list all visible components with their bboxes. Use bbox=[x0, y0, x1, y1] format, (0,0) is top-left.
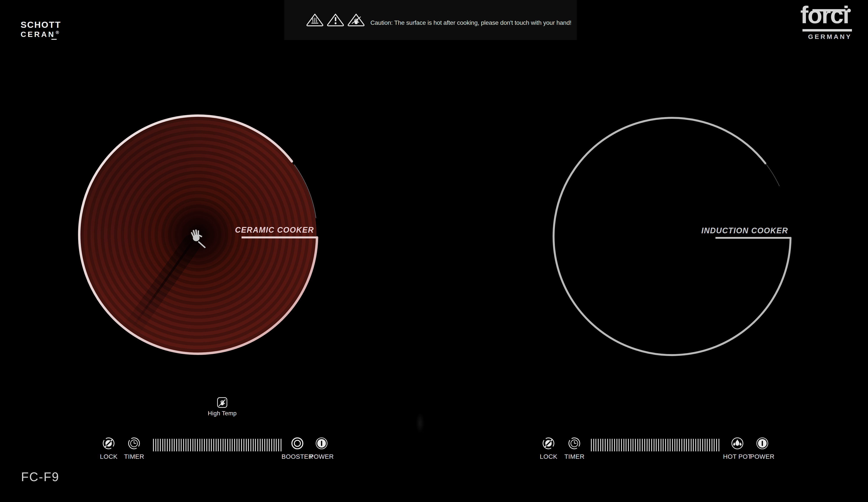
slider-tick bbox=[670, 439, 671, 451]
high-temp-label: High Temp bbox=[207, 410, 237, 417]
slider-tick bbox=[632, 439, 633, 451]
ceramic-cooker-label: CERAMIC COOKER bbox=[235, 226, 314, 234]
left-power-slider[interactable] bbox=[153, 439, 281, 451]
slider-tick bbox=[628, 439, 629, 451]
slider-tick bbox=[155, 439, 156, 451]
slider-tick bbox=[211, 439, 212, 451]
slider-tick bbox=[169, 439, 170, 451]
lock-icon bbox=[542, 437, 555, 450]
slider-tick bbox=[227, 439, 228, 451]
slider-tick bbox=[663, 439, 664, 451]
induction-ring bbox=[554, 118, 790, 355]
induction-cooker-label: INDUCTION COOKER bbox=[701, 227, 788, 234]
slider-tick bbox=[672, 439, 673, 451]
right-hotpot-button[interactable]: HOT POT bbox=[723, 437, 752, 460]
slider-tick bbox=[167, 439, 168, 451]
left-booster-label: BOOSTER bbox=[281, 453, 313, 460]
slider-tick bbox=[614, 439, 615, 451]
left-timer-label: TIMER bbox=[124, 453, 144, 460]
slider-tick bbox=[679, 439, 680, 451]
slider-tick bbox=[218, 439, 219, 451]
induction-ring-fade bbox=[766, 164, 779, 186]
slider-tick bbox=[649, 439, 650, 451]
left-lock-button[interactable]: LOCK bbox=[100, 437, 117, 460]
lock-icon bbox=[102, 437, 115, 450]
slider-tick bbox=[600, 439, 601, 451]
right-power-button[interactable]: POWER bbox=[750, 437, 774, 460]
slider-tick bbox=[234, 439, 235, 451]
hotpot-flame-icon bbox=[731, 437, 744, 450]
booster-icon bbox=[291, 437, 303, 450]
slider-tick bbox=[220, 439, 221, 451]
slider-tick bbox=[607, 439, 608, 451]
slider-tick bbox=[241, 439, 242, 451]
right-hotpot-label: HOT POT bbox=[723, 453, 752, 460]
slider-tick bbox=[681, 439, 682, 451]
slider-tick bbox=[684, 439, 685, 451]
slider-tick bbox=[635, 439, 636, 451]
slider-tick bbox=[610, 439, 610, 451]
slider-tick bbox=[668, 439, 668, 451]
slider-tick bbox=[178, 439, 179, 451]
slider-tick bbox=[176, 439, 177, 451]
slider-tick bbox=[707, 439, 707, 451]
slider-tick bbox=[253, 439, 254, 451]
slider-tick bbox=[193, 439, 193, 451]
slider-tick bbox=[269, 439, 270, 451]
slider-tick bbox=[278, 439, 279, 451]
cooktop-surface: SCHOTT CERAN ® Caution: The surf bbox=[0, 0, 868, 502]
slider-tick bbox=[260, 439, 261, 451]
slider-tick bbox=[202, 439, 203, 451]
slider-tick bbox=[199, 439, 200, 451]
slider-tick bbox=[630, 439, 631, 451]
slider-tick bbox=[244, 439, 244, 451]
slider-tick bbox=[686, 439, 687, 451]
slider-tick bbox=[281, 439, 281, 451]
left-lock-label: LOCK bbox=[100, 453, 117, 460]
slider-tick bbox=[248, 439, 249, 451]
slider-tick bbox=[716, 439, 717, 451]
slider-tick bbox=[698, 439, 699, 451]
left-timer-button[interactable]: TIMER bbox=[124, 437, 144, 460]
slider-tick bbox=[190, 439, 191, 451]
slider-tick bbox=[183, 439, 184, 451]
slider-tick bbox=[223, 439, 224, 451]
right-timer-button[interactable]: TIMER bbox=[565, 437, 585, 460]
right-timer-label: TIMER bbox=[565, 453, 585, 460]
slider-tick bbox=[705, 439, 705, 451]
slider-tick bbox=[186, 439, 186, 451]
slider-tick bbox=[598, 439, 599, 451]
slider-tick bbox=[651, 439, 652, 451]
slider-tick bbox=[276, 439, 277, 451]
slider-tick bbox=[596, 439, 596, 451]
slider-tick bbox=[674, 439, 675, 451]
slider-tick bbox=[267, 439, 268, 451]
right-lock-label: LOCK bbox=[540, 453, 557, 460]
left-power-button[interactable]: POWER bbox=[309, 437, 334, 460]
right-power-label: POWER bbox=[750, 453, 774, 460]
right-lock-button[interactable]: LOCK bbox=[540, 437, 557, 460]
slider-tick bbox=[602, 439, 603, 451]
slider-tick bbox=[702, 439, 703, 451]
slider-tick bbox=[661, 439, 661, 451]
slider-tick bbox=[160, 439, 161, 451]
left-booster-button[interactable]: BOOSTER bbox=[281, 437, 313, 460]
slider-tick bbox=[273, 439, 275, 451]
slider-tick bbox=[700, 439, 701, 451]
high-temp-indicator: High Temp bbox=[207, 397, 237, 417]
slider-tick bbox=[637, 439, 638, 451]
slider-tick bbox=[165, 439, 165, 451]
slider-tick bbox=[246, 439, 247, 451]
slider-tick bbox=[626, 439, 627, 451]
slider-tick bbox=[605, 439, 606, 451]
hand-slash bbox=[199, 242, 205, 248]
right-power-slider[interactable] bbox=[591, 439, 719, 451]
slider-tick bbox=[623, 439, 624, 451]
slider-tick bbox=[255, 439, 256, 451]
slider-tick bbox=[239, 439, 240, 451]
slider-tick bbox=[709, 439, 710, 451]
power-icon bbox=[315, 437, 328, 450]
slider-tick bbox=[262, 439, 263, 451]
slider-tick bbox=[206, 439, 207, 451]
slider-tick bbox=[691, 439, 692, 451]
